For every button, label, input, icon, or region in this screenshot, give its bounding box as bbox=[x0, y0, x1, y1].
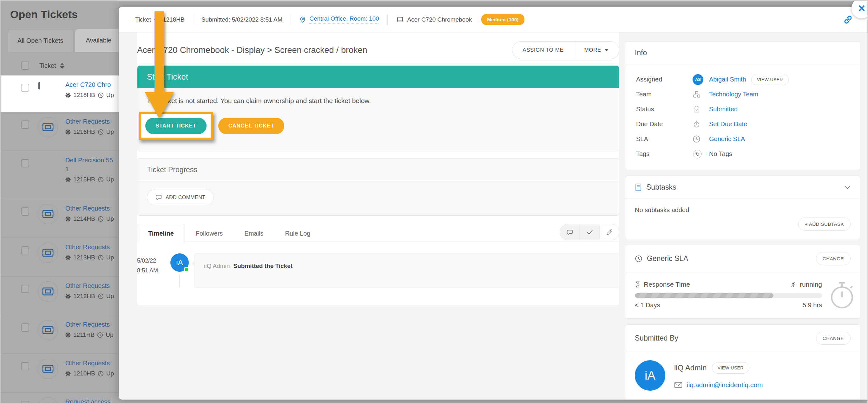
row-checkbox[interactable] bbox=[21, 323, 29, 332]
status-link[interactable]: Submitted bbox=[709, 105, 738, 113]
ticket-title-link[interactable]: Acer C720 Chro bbox=[65, 81, 119, 89]
collapse-chevron-icon[interactable] bbox=[844, 186, 850, 189]
divider bbox=[193, 14, 193, 25]
sla-progress-fill bbox=[635, 293, 773, 298]
ticket-row-1218[interactable]: Acer C720 Chro 1218HB Up bbox=[1, 75, 119, 112]
row-checkbox[interactable] bbox=[21, 121, 29, 129]
subtasks-list-icon bbox=[635, 183, 642, 191]
ticket-progress-section: Ticket Progress ADD COMMENT bbox=[137, 158, 619, 216]
tab-emails[interactable]: Emails bbox=[234, 224, 274, 243]
sla-metric-label: Response Time bbox=[644, 281, 690, 288]
tab-rule-log[interactable]: Rule Log bbox=[274, 224, 321, 243]
updated-clock-icon bbox=[98, 177, 104, 183]
view-user-button[interactable]: VIEW USER bbox=[712, 362, 749, 374]
avatar: iA bbox=[635, 360, 665, 391]
row-checkbox[interactable] bbox=[21, 246, 29, 254]
ticket-row-1216[interactable]: Other Requests 1216HB Up bbox=[1, 112, 119, 151]
divider bbox=[290, 14, 291, 25]
filter-comments-button[interactable] bbox=[560, 224, 580, 240]
view-user-button[interactable]: VIEW USER bbox=[751, 74, 789, 85]
filter-actions-button[interactable] bbox=[580, 224, 599, 240]
row-checkbox[interactable] bbox=[21, 159, 29, 167]
ticket-id: 1210HB bbox=[73, 370, 95, 377]
ticket-id: 1212HB bbox=[73, 293, 95, 300]
timeline-content: 5/02/22 8:51 AM iA iiQ Admin bbox=[137, 243, 619, 288]
tab-all-open-tickets[interactable]: All Open Tickets bbox=[8, 29, 73, 52]
device-thumbnail-icon bbox=[37, 80, 58, 101]
timeline-connector bbox=[179, 274, 180, 288]
row-checkbox[interactable] bbox=[21, 362, 29, 370]
ticket-title-link[interactable]: Other Requests bbox=[65, 118, 119, 125]
ticket-row-1215[interactable]: Dell Precision 55 1 1215HB Up bbox=[1, 151, 119, 199]
updated-label: Up bbox=[106, 293, 114, 300]
subtasks-card: Subtasks No subtasks added + ADD SUBTASK bbox=[625, 176, 860, 239]
tab-followers[interactable]: Followers bbox=[185, 224, 234, 243]
ticket-column-label: Ticket bbox=[39, 62, 56, 69]
ticket-title-link[interactable]: Dell Precision 55 bbox=[65, 157, 119, 164]
ticket-row-request-access[interactable]: Request access bbox=[1, 393, 119, 404]
ticket-title-link[interactable]: Other Requests bbox=[65, 360, 119, 367]
ticket-row-1214[interactable]: Other Requests 1214HB Up bbox=[1, 199, 119, 238]
team-link[interactable]: Technology Team bbox=[709, 91, 758, 98]
updated-clock-icon bbox=[98, 216, 104, 222]
row-checkbox[interactable] bbox=[21, 285, 29, 293]
updated-clock-icon bbox=[98, 371, 104, 377]
updated-label: Up bbox=[106, 176, 114, 183]
assign-to-me-button[interactable]: ASSIGN TO ME bbox=[513, 41, 574, 59]
pencil-icon bbox=[606, 229, 612, 235]
ticket-id: 1213HB bbox=[73, 254, 95, 261]
select-all-checkbox[interactable] bbox=[21, 62, 29, 70]
filter-edits-button[interactable] bbox=[599, 224, 619, 240]
updated-clock-icon bbox=[98, 92, 104, 98]
ticket-row-1212[interactable]: Other Requests 1212HB Up bbox=[1, 277, 119, 315]
row-checkbox[interactable] bbox=[21, 207, 29, 216]
timeline-event-bubble: iiQ Admin Submitted the Ticket bbox=[194, 253, 619, 288]
updated-clock-icon bbox=[98, 293, 104, 299]
start-ticket-button[interactable]: START TICKET bbox=[145, 118, 207, 134]
submitted-by-card: Submitted By CHANGE iA iiQ Admin VIEW US… bbox=[625, 324, 860, 400]
ticket-title-link[interactable]: Other Requests bbox=[65, 321, 119, 328]
ticket-title-link[interactable]: Request access bbox=[65, 398, 119, 404]
set-due-date-link[interactable]: Set Due Date bbox=[709, 121, 747, 128]
ticket-list: Acer C720 Chro 1218HB Up Other Requests bbox=[1, 75, 119, 403]
ticket-title-link[interactable]: Other Requests bbox=[65, 205, 119, 212]
ticket-title-link[interactable]: Other Requests bbox=[65, 244, 119, 251]
device-thumbnail-icon bbox=[37, 155, 58, 176]
row-checkbox[interactable] bbox=[21, 401, 29, 404]
more-button[interactable]: MORE bbox=[574, 41, 619, 59]
row-checkbox[interactable] bbox=[21, 84, 29, 92]
ticket-row-1211[interactable]: Other Requests 1211HB Up bbox=[1, 315, 119, 354]
tab-timeline[interactable]: Timeline bbox=[137, 224, 185, 243]
check-icon bbox=[587, 229, 593, 235]
sla-link[interactable]: Generic SLA bbox=[709, 135, 745, 143]
subtasks-title: Subtasks bbox=[646, 183, 676, 191]
copy-link-icon[interactable] bbox=[843, 14, 854, 25]
location-link[interactable]: Central Office, Room: 100 bbox=[309, 15, 379, 24]
ticket-row-1213[interactable]: Other Requests 1213HB Up bbox=[1, 238, 119, 277]
comment-bubble-icon bbox=[155, 194, 162, 200]
ticket-type-icon bbox=[37, 117, 58, 137]
comment-bubble-icon bbox=[567, 229, 573, 235]
info-row-team: Team Technology Team bbox=[636, 87, 850, 102]
change-submitter-button[interactable]: CHANGE bbox=[816, 332, 850, 345]
change-sla-button[interactable]: CHANGE bbox=[816, 252, 850, 265]
asset-name: Acer C720 Chromebook bbox=[407, 16, 472, 23]
submitted-by-title: Submitted By bbox=[635, 334, 678, 342]
open-tickets-sidebar: Open Tickets All Open Tickets Available … bbox=[1, 1, 119, 403]
add-subtask-button[interactable]: + ADD SUBTASK bbox=[798, 218, 850, 230]
updated-clock-icon bbox=[97, 332, 103, 338]
submitter-email-link[interactable]: iiq.admin@incidentiq.com bbox=[687, 381, 763, 389]
ticket-id: 1215HB bbox=[73, 176, 95, 183]
sort-icon[interactable] bbox=[60, 63, 64, 69]
tags-value[interactable]: No Tags bbox=[709, 150, 732, 158]
ticket-row-1210[interactable]: Other Requests 1210HB Up bbox=[1, 354, 119, 393]
add-comment-button[interactable]: ADD COMMENT bbox=[147, 190, 214, 205]
laptop-icon bbox=[396, 17, 404, 23]
ticket-actions-group: ASSIGN TO ME MORE bbox=[512, 41, 619, 59]
ticket-title-link[interactable]: Other Requests bbox=[65, 282, 119, 289]
location-pin-icon bbox=[299, 16, 306, 24]
cancel-ticket-button[interactable]: CANCEL TICKET bbox=[218, 118, 284, 134]
assignee-link[interactable]: Abigail Smith bbox=[709, 76, 746, 83]
tab-available[interactable]: Available bbox=[75, 29, 119, 52]
updated-clock-icon bbox=[98, 255, 104, 261]
